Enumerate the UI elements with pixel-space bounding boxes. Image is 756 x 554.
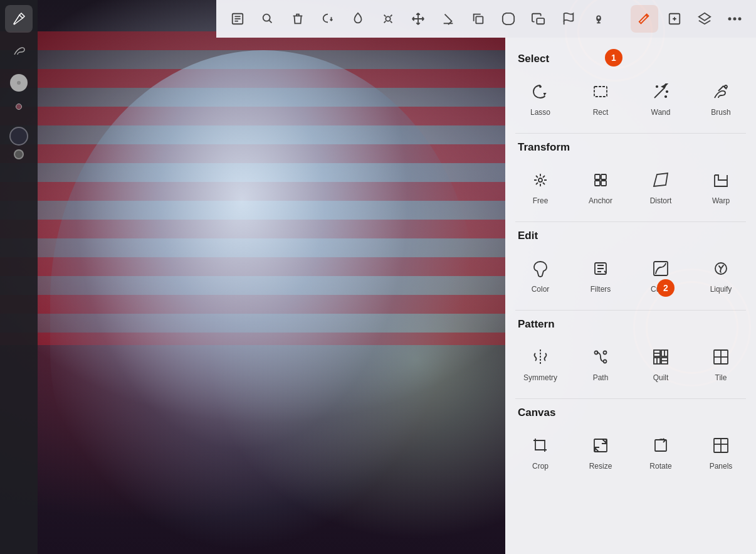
rotate-label: Rotate <box>649 462 671 471</box>
warp-tool[interactable]: Warp <box>691 161 751 211</box>
quilt-label: Quilt <box>653 373 669 382</box>
layers-button[interactable] <box>691 5 718 33</box>
wand-icon <box>648 79 673 104</box>
svg-marker-15 <box>699 13 710 21</box>
transform-lasso-button[interactable] <box>314 5 342 33</box>
select-tool-grid: Lasso Rect Wand <box>505 73 756 133</box>
top-toolbar <box>216 0 756 38</box>
rect-icon <box>588 79 613 104</box>
rect-tool[interactable]: Rect <box>570 73 631 123</box>
primary-color-swatch[interactable] <box>9 127 28 146</box>
brush-opacity-dot[interactable] <box>10 98 28 115</box>
filters-icon <box>588 256 613 281</box>
warp-label: Warp <box>712 196 730 205</box>
edit-layer-button[interactable] <box>661 5 688 33</box>
audio-button[interactable] <box>585 5 612 33</box>
svg-point-24 <box>666 91 668 92</box>
notes-button[interactable] <box>224 5 251 33</box>
rotate-tool[interactable]: Rotate <box>631 427 691 477</box>
distort-label: Distort <box>650 196 672 205</box>
filters-label: Filters <box>591 285 611 294</box>
search-button[interactable] <box>254 5 281 33</box>
anchor-icon <box>588 168 613 193</box>
svg-marker-31 <box>654 173 668 186</box>
brush-size-small[interactable] <box>10 74 28 92</box>
color-tool[interactable]: Color <box>510 250 570 300</box>
filters-tool[interactable]: Filters <box>570 250 631 300</box>
canvas-section-title: Canvas <box>505 402 756 427</box>
svg-point-18 <box>738 18 742 21</box>
color-icon <box>528 256 553 281</box>
svg-point-26 <box>538 178 542 182</box>
free-tool[interactable]: Free <box>510 161 570 211</box>
pattern-tool-grid: Symmetry Path <box>505 338 756 398</box>
liquify-label: Liquify <box>710 285 732 294</box>
svg-rect-27 <box>595 174 600 179</box>
pattern-section-title: Pattern <box>505 313 756 338</box>
curve-icon <box>648 256 673 281</box>
secondary-color-swatch[interactable] <box>14 149 24 159</box>
liquify-tool[interactable]: Liquify <box>691 250 751 300</box>
wand-tool[interactable]: Wand <box>631 73 691 123</box>
anchor-tool[interactable]: Anchor <box>570 161 631 211</box>
annotation-badge-2: 2 <box>657 279 675 297</box>
select-section-title: Select <box>505 48 756 73</box>
resize-tool[interactable]: Resize <box>570 427 631 477</box>
svg-rect-8 <box>476 16 483 23</box>
brush-select-tool[interactable]: Brush <box>691 73 751 123</box>
annotation-badge-1: 1 <box>605 49 622 67</box>
lasso-label: Lasso <box>530 108 550 117</box>
svg-point-16 <box>728 18 732 21</box>
wand-label: Wand <box>651 108 671 117</box>
left-panel <box>0 0 38 554</box>
fill-button[interactable] <box>434 5 462 33</box>
pen-fill-button[interactable] <box>344 5 372 33</box>
edit-tool-grid: Color Filters Curve <box>505 250 756 310</box>
more-button[interactable] <box>721 5 748 33</box>
panels-tool[interactable]: Panels <box>691 427 751 477</box>
svg-point-19 <box>540 86 541 87</box>
crop-label: Crop <box>532 462 549 471</box>
panels-label: Panels <box>710 462 733 471</box>
flag-button[interactable] <box>555 5 582 33</box>
duplicate-button[interactable] <box>465 5 492 33</box>
distort-tool[interactable]: Distort <box>631 161 691 211</box>
svg-line-21 <box>654 88 664 98</box>
divider-3 <box>515 310 746 311</box>
symmetry-label: Symmetry <box>523 373 557 382</box>
svg-point-37 <box>604 351 607 354</box>
robot-figure <box>50 50 476 552</box>
resize-label: Resize <box>589 462 612 471</box>
export-button[interactable] <box>525 5 552 33</box>
panels-icon <box>708 433 733 458</box>
delete-button[interactable] <box>284 5 312 33</box>
move-button[interactable] <box>404 5 432 33</box>
effects-button[interactable] <box>374 5 402 33</box>
svg-point-7 <box>386 16 390 21</box>
tile-icon <box>708 344 733 370</box>
quilt-tool[interactable]: Quilt <box>631 338 691 388</box>
tile-tool[interactable]: Tile <box>691 338 751 388</box>
crop-icon <box>528 433 553 458</box>
lasso-tool[interactable]: Lasso <box>510 73 570 123</box>
path-tool[interactable]: Path <box>570 338 631 388</box>
crop-tool[interactable]: Crop <box>510 427 570 477</box>
smudge-tool-button[interactable] <box>5 36 33 64</box>
svg-point-22 <box>656 86 658 87</box>
svg-rect-29 <box>595 181 600 186</box>
divider-4 <box>515 398 746 399</box>
color-label: Color <box>532 285 550 294</box>
canvas-tool-grid: Crop Resize Rotate <box>505 427 756 487</box>
liquify-icon <box>708 256 733 281</box>
svg-point-25 <box>725 85 727 88</box>
brush-tool-button[interactable] <box>5 5 33 33</box>
pen-active-button[interactable] <box>631 5 658 33</box>
divider-1 <box>515 133 746 134</box>
quilt-icon <box>648 344 673 370</box>
selection-button[interactable] <box>495 5 522 33</box>
svg-rect-28 <box>601 174 606 179</box>
resize-icon <box>588 433 613 458</box>
free-icon <box>528 168 553 193</box>
symmetry-tool[interactable]: Symmetry <box>510 338 570 388</box>
path-icon <box>588 344 613 370</box>
